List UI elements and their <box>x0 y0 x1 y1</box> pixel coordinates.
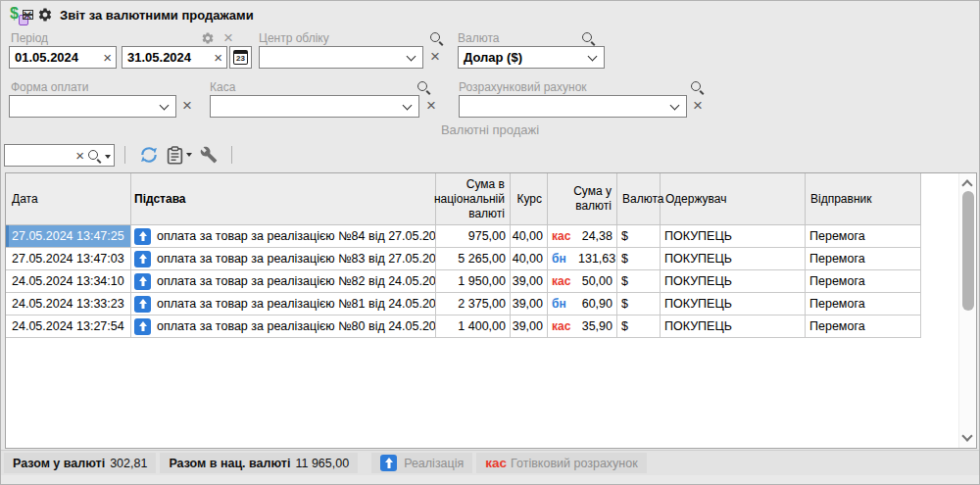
search-icon[interactable] <box>87 149 102 164</box>
currency-value: Долар ($) <box>464 50 522 65</box>
cell-currency[interactable]: $ <box>617 293 661 315</box>
column-header-basis[interactable]: Підстава <box>131 173 436 224</box>
cell-rate[interactable]: 40,00 <box>511 225 548 247</box>
cell-sender[interactable]: Перемога <box>806 225 921 247</box>
cell-amount-national[interactable]: 1 950,00 <box>436 270 511 292</box>
cell-sender[interactable]: Перемога <box>806 315 921 337</box>
cell-receiver[interactable]: ПОКУПЕЦЬ <box>661 248 806 269</box>
search-options-caret-icon[interactable] <box>105 155 111 159</box>
column-header-sender[interactable]: Відправник <box>806 173 921 224</box>
cell-rate[interactable]: 39,00 <box>511 270 548 292</box>
cell-sender[interactable]: Перемога <box>806 248 921 269</box>
refresh-button[interactable] <box>135 143 163 167</box>
column-header-receiver[interactable]: Одержувач <box>661 173 806 224</box>
column-header-currency[interactable]: Валюта <box>617 173 661 224</box>
column-header-rate[interactable]: Курс <box>511 173 548 224</box>
bank-account-clear-icon[interactable]: × <box>693 96 703 116</box>
table-row[interactable]: 24.05.2024 13:33:23 оплата за товар за р… <box>6 293 921 315</box>
scrollbar-thumb[interactable] <box>962 191 974 311</box>
cell-rate[interactable]: 39,00 <box>511 293 548 315</box>
cell-date[interactable]: 24.05.2024 13:34:10 <box>6 270 131 292</box>
bank-account-search-icon[interactable] <box>690 80 705 95</box>
cell-amount-currency[interactable]: кас50,00 <box>548 270 617 292</box>
column-header-amount-currency[interactable]: Сума у валюті <box>548 173 617 224</box>
accounting-center-combo[interactable] <box>259 46 423 69</box>
refresh-icon <box>139 145 159 165</box>
cell-currency[interactable]: $ <box>617 270 661 292</box>
payment-form-clear-icon[interactable]: × <box>182 96 192 116</box>
cell-receiver[interactable]: ПОКУПЕЦЬ <box>661 293 806 315</box>
cell-currency[interactable]: $ <box>617 248 661 269</box>
cell-amount-national[interactable]: 2 375,00 <box>436 293 511 315</box>
cell-basis[interactable]: оплата за товар за реалізацією №80 від 2… <box>131 315 436 337</box>
cell-basis[interactable]: оплата за товар за реалізацією №83 від 2… <box>131 248 436 269</box>
period-settings-gear-icon[interactable] <box>201 31 215 45</box>
cell-amount-currency[interactable]: бн60,90 <box>548 293 617 315</box>
cell-date[interactable]: 27.05.2024 13:47:25 <box>6 225 131 247</box>
cash-desk-label: Каса <box>210 80 235 94</box>
period-to-clear-icon[interactable]: × <box>214 49 222 67</box>
cell-basis[interactable]: оплата за товар за реалізацією №84 від 2… <box>131 225 436 247</box>
cell-rate[interactable]: 40,00 <box>511 248 548 269</box>
realization-up-arrow-icon <box>134 318 151 335</box>
report-button[interactable] <box>163 143 196 167</box>
cell-date[interactable]: 27.05.2024 13:47:03 <box>6 248 131 269</box>
accounting-center-search-icon[interactable] <box>429 31 444 46</box>
cell-rate[interactable]: 39,00 <box>511 315 548 337</box>
cash-desk-clear-icon[interactable]: × <box>426 96 436 116</box>
cell-receiver[interactable]: ПОКУПЕЦЬ <box>661 225 806 247</box>
close-button[interactable]: × <box>10 1 45 28</box>
cell-amount-currency[interactable]: кас35,90 <box>548 315 617 337</box>
table-row[interactable]: 27.05.2024 13:47:25 оплата за товар за р… <box>6 225 921 248</box>
cell-amount-national[interactable]: 1 400,00 <box>436 315 511 337</box>
column-header-date[interactable]: Дата <box>6 173 131 224</box>
window-title: Звіт за валютними продажами <box>60 8 254 23</box>
cell-currency[interactable]: $ <box>617 315 661 337</box>
cell-amount-currency[interactable]: бн131,63 <box>548 248 617 269</box>
period-from-clear-icon[interactable]: × <box>103 49 112 67</box>
table-row[interactable]: 24.05.2024 13:27:54 оплата за товар за р… <box>6 315 921 338</box>
pay-type-badge: кас <box>552 274 578 288</box>
chevron-down-icon <box>403 101 413 111</box>
cell-amount-national[interactable]: 5 265,00 <box>436 248 511 269</box>
realization-up-arrow-icon <box>134 296 151 313</box>
period-from-field[interactable]: 01.05.2024 × <box>9 46 117 69</box>
cell-receiver[interactable]: ПОКУПЕЦЬ <box>661 315 806 337</box>
payment-form-combo[interactable] <box>9 95 176 118</box>
quick-search-box[interactable]: × <box>4 144 115 167</box>
vertical-scrollbar[interactable] <box>958 173 976 448</box>
tools-button[interactable] <box>196 143 221 167</box>
toolbar-separator <box>124 146 125 164</box>
table-header-row: Дата Підстава Сума в національній валюті… <box>6 173 921 225</box>
cell-basis[interactable]: оплата за товар за реалізацією №82 від 2… <box>131 270 436 292</box>
cash-desk-combo[interactable] <box>210 95 419 118</box>
period-clear-icon[interactable]: × <box>223 28 233 48</box>
bank-account-label: Розрахунковий рахунок <box>459 80 587 94</box>
currency-combo[interactable]: Долар ($) <box>458 46 605 69</box>
search-input[interactable] <box>8 146 74 165</box>
period-to-field[interactable]: 31.05.2024 × <box>122 46 227 69</box>
total-national-label: Разом в нац. валюті <box>169 457 290 470</box>
cell-amount-currency[interactable]: кас24,38 <box>548 225 617 247</box>
currency-search-icon[interactable] <box>581 31 596 46</box>
realization-up-arrow-icon <box>380 455 397 471</box>
column-header-amount-national[interactable]: Сума в національній валюті <box>436 173 511 224</box>
cell-date[interactable]: 24.05.2024 13:27:54 <box>6 315 131 337</box>
accounting-center-clear-icon[interactable]: × <box>430 47 440 67</box>
cash-desk-search-icon[interactable] <box>416 80 431 95</box>
search-clear-icon[interactable]: × <box>75 147 84 165</box>
cell-date[interactable]: 24.05.2024 13:33:23 <box>6 293 131 315</box>
bank-account-combo[interactable] <box>459 95 687 118</box>
cell-currency[interactable]: $ <box>617 225 661 247</box>
calendar-button[interactable]: 23 <box>229 46 252 69</box>
table-row[interactable]: 24.05.2024 13:34:10 оплата за товар за р… <box>6 270 921 293</box>
scroll-up-icon[interactable] <box>961 179 972 190</box>
scroll-down-icon[interactable] <box>961 430 972 441</box>
cell-amount-national[interactable]: 975,00 <box>436 225 511 247</box>
cell-receiver[interactable]: ПОКУПЕЦЬ <box>661 270 806 292</box>
cell-basis[interactable]: оплата за товар за реалізацією №81 від 2… <box>131 293 436 315</box>
table-row[interactable]: 27.05.2024 13:47:03 оплата за товар за р… <box>6 248 921 270</box>
wrench-icon <box>200 146 218 164</box>
cell-sender[interactable]: Перемога <box>806 270 921 292</box>
cell-sender[interactable]: Перемога <box>806 293 921 315</box>
